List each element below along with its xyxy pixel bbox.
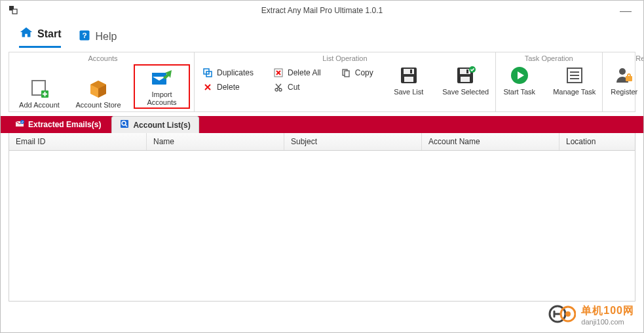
delete-all-button[interactable]: Delete All — [272, 67, 322, 79]
delete-label: Delete — [217, 83, 240, 92]
tab-help[interactable]: ? Help — [78, 29, 117, 48]
svg-rect-7 — [152, 73, 166, 77]
account-store-button[interactable]: Account Store — [75, 77, 122, 109]
watermark-domain: danji100.com — [581, 318, 634, 326]
duplicates-button[interactable]: Duplicates — [201, 67, 255, 79]
duplicates-icon — [202, 68, 213, 78]
save-icon — [398, 64, 420, 87]
tab-start[interactable]: Start — [19, 26, 61, 48]
svg-rect-21 — [461, 77, 470, 82]
add-account-label: Add Account — [19, 101, 60, 109]
home-icon — [19, 26, 33, 42]
import-accounts-label: Import Accounts — [136, 90, 187, 106]
svg-rect-22 — [466, 69, 468, 73]
account-store-label: Account Store — [75, 101, 121, 109]
col-name[interactable]: Name — [147, 133, 284, 150]
svg-rect-20 — [460, 69, 470, 74]
grid-body — [9, 151, 635, 302]
svg-point-12 — [279, 88, 282, 91]
save-selected-button[interactable]: Save Selected — [440, 64, 491, 96]
tab-extracted-label: Extracted Emails(s) — [28, 120, 101, 129]
delete-all-icon — [273, 68, 284, 78]
group-register-title: Register — [607, 54, 644, 64]
copy-label: Copy — [355, 68, 373, 77]
register-icon — [613, 64, 635, 87]
delete-icon — [202, 82, 213, 92]
search-list-icon — [120, 119, 129, 130]
title-bar: Extract Any Mail Pro Ultimate 1.0.1 — — [1, 1, 643, 20]
tab-account-list[interactable]: Account List(s) — [111, 116, 199, 133]
start-task-label: Start Task — [503, 88, 535, 96]
cut-label: Cut — [288, 83, 300, 92]
svg-rect-14 — [345, 71, 349, 77]
svg-text:?: ? — [83, 31, 87, 39]
group-accounts-title: Accounts — [16, 54, 190, 64]
register-label: Register — [611, 88, 637, 96]
import-icon — [151, 67, 173, 89]
svg-rect-1 — [12, 9, 17, 14]
group-listop-title: List Operation — [199, 54, 491, 64]
register-button[interactable]: Register — [607, 64, 642, 96]
tab-account-list-label: Account List(s) — [133, 121, 190, 130]
app-tab-bar: Start ? Help — [1, 20, 643, 48]
watermark-logo-icon — [548, 303, 576, 327]
watermark: 单机100网 danji100.com — [548, 303, 634, 327]
tab-extracted-emails[interactable]: Extracted Emails(s) — [7, 116, 109, 133]
svg-rect-18 — [410, 69, 412, 73]
group-accounts: Accounts Add Account Account Store Impor… — [9, 52, 195, 111]
group-register: Register Register Buy Now! — [603, 52, 644, 111]
svg-rect-17 — [404, 77, 413, 82]
col-email-id[interactable]: Email ID — [9, 133, 147, 150]
add-account-icon — [28, 77, 50, 100]
ribbon: Accounts Add Account Account Store Impor… — [9, 52, 635, 112]
group-task-operation: Task Operation Start Task Manage Task — [496, 52, 603, 111]
cut-button[interactable]: Cut — [272, 81, 322, 93]
manage-task-label: Manage Task — [553, 88, 596, 96]
delete-all-label: Delete All — [288, 68, 321, 77]
cut-icon — [273, 82, 284, 92]
emails-icon — [15, 119, 24, 130]
svg-rect-28 — [628, 74, 630, 77]
col-location[interactable]: Location — [559, 133, 635, 150]
copy-icon — [341, 68, 351, 78]
group-taskop-title: Task Operation — [500, 54, 598, 64]
add-account-button[interactable]: Add Account — [16, 77, 63, 109]
col-account-name[interactable]: Account Name — [422, 133, 559, 150]
save-selected-icon — [455, 64, 477, 87]
help-icon: ? — [78, 29, 91, 44]
import-accounts-button[interactable]: Import Accounts — [134, 64, 190, 109]
tab-help-label: Help — [95, 31, 117, 43]
copy-button[interactable]: Copy — [339, 67, 375, 79]
play-icon — [508, 64, 531, 87]
delete-button[interactable]: Delete — [201, 81, 255, 93]
manage-task-icon — [563, 64, 586, 87]
minimize-button[interactable]: — — [620, 4, 635, 18]
manage-task-button[interactable]: Manage Task — [551, 64, 598, 96]
watermark-text: 单机100网 — [581, 304, 634, 318]
tab-start-label: Start — [37, 28, 61, 40]
svg-point-26 — [619, 68, 626, 75]
group-list-operation: List Operation Duplicates Delete Delete … — [195, 52, 496, 111]
svg-point-11 — [275, 88, 278, 91]
box-icon — [87, 77, 109, 100]
window-title: Extract Any Mail Pro Ultimate 1.0.1 — [1, 6, 643, 15]
save-list-label: Save List — [394, 88, 423, 96]
grid-header: Email ID Name Subject Account Name Locat… — [9, 133, 635, 151]
save-list-button[interactable]: Save List — [389, 64, 428, 96]
start-task-button[interactable]: Start Task — [500, 64, 539, 96]
content-tab-strip: Extracted Emails(s) Account List(s) — [1, 116, 643, 133]
svg-point-37 — [565, 311, 571, 317]
app-icon — [9, 5, 19, 16]
save-selected-label: Save Selected — [442, 88, 489, 96]
col-subject[interactable]: Subject — [284, 133, 422, 150]
svg-rect-16 — [404, 69, 414, 74]
duplicates-label: Duplicates — [217, 68, 254, 77]
